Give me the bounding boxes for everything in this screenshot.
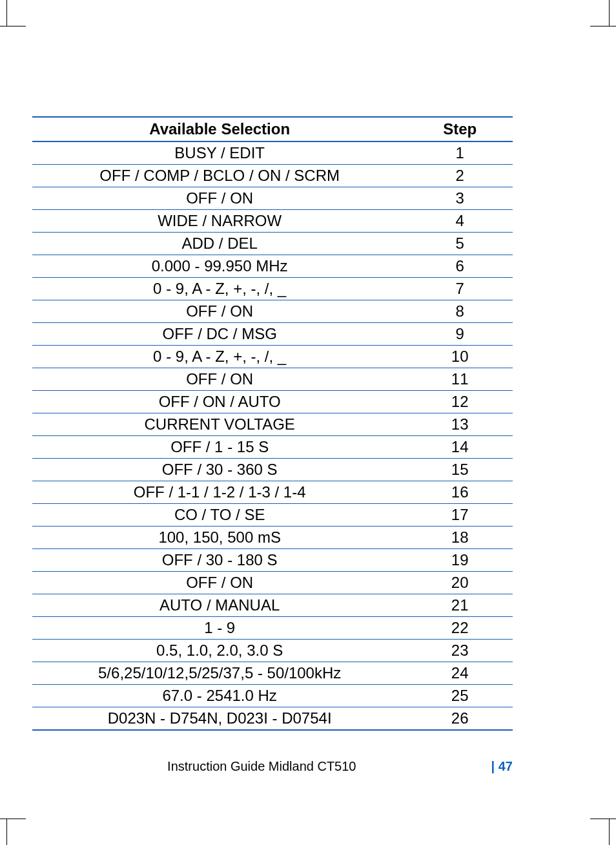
cell-available-selection: OFF / DC / MSG [32,323,407,346]
cell-available-selection: OFF / ON [32,368,407,391]
table-row: OFF / 1-1 / 1-2 / 1-3 / 1-416 [32,481,513,504]
cell-step: 24 [407,662,513,685]
table-row: ADD / DEL5 [32,233,513,255]
cell-available-selection: 0.5, 1.0, 2.0, 3.0 S [32,640,407,662]
header-available-selection: Available Selection [32,117,407,141]
table-row: 0 - 9, A - Z, +, -, /, _10 [32,346,513,368]
cell-step: 25 [407,685,513,707]
cell-available-selection: CO / TO / SE [32,504,407,527]
footer-title: Instruction Guide Midland CT510 [32,759,491,774]
header-step: Step [407,117,513,141]
cell-step: 3 [407,187,513,210]
table-row: OFF / ON / AUTO12 [32,391,513,413]
cell-available-selection: OFF / ON [32,187,407,210]
cell-available-selection: BUSY / EDIT [32,141,407,165]
table-row: 1 - 922 [32,617,513,640]
cell-available-selection: ADD / DEL [32,233,407,255]
footer-page-number: | 47 [491,759,513,774]
cell-step: 8 [407,300,513,323]
cell-step: 7 [407,278,513,300]
table-row: CO / TO / SE17 [32,504,513,527]
cell-step: 2 [407,165,513,187]
table-row: 5/6,25/10/12,5/25/37,5 - 50/100kHz24 [32,662,513,685]
table-row: BUSY / EDIT1 [32,141,513,165]
page-content: Available Selection Step BUSY / EDIT1OFF… [32,116,513,767]
table-row: 0.5, 1.0, 2.0, 3.0 S23 [32,640,513,662]
cell-available-selection: OFF / 1-1 / 1-2 / 1-3 / 1-4 [32,481,407,504]
cell-step: 11 [407,368,513,391]
table-body: BUSY / EDIT1OFF / COMP / BCLO / ON / SCR… [32,141,513,730]
table-row: 67.0 - 2541.0 Hz25 [32,685,513,707]
cell-step: 20 [407,572,513,594]
table-row: OFF / ON3 [32,187,513,210]
cell-step: 4 [407,210,513,233]
cell-step: 6 [407,255,513,278]
cell-step: 22 [407,617,513,640]
cell-step: 23 [407,640,513,662]
cell-available-selection: OFF / 30 - 180 S [32,549,407,572]
cell-step: 9 [407,323,513,346]
table-row: OFF / 30 - 360 S15 [32,459,513,481]
cell-available-selection: 5/6,25/10/12,5/25/37,5 - 50/100kHz [32,662,407,685]
cell-available-selection: OFF / ON / AUTO [32,391,407,413]
table-row: OFF / ON8 [32,300,513,323]
cell-available-selection: OFF / 1 - 15 S [32,436,407,459]
cell-available-selection: CURRENT VOLTAGE [32,413,407,436]
cell-available-selection: 0 - 9, A - Z, +, -, /, _ [32,346,407,368]
table-row: D023N - D754N, D023I - D0754I26 [32,707,513,731]
cell-available-selection: 0 - 9, A - Z, +, -, /, _ [32,278,407,300]
table-row: OFF / 30 - 180 S19 [32,549,513,572]
cell-available-selection: OFF / COMP / BCLO / ON / SCRM [32,165,407,187]
table-row: OFF / DC / MSG9 [32,323,513,346]
cell-step: 21 [407,594,513,617]
table-row: CURRENT VOLTAGE13 [32,413,513,436]
cell-available-selection: D023N - D754N, D023I - D0754I [32,707,407,731]
cell-available-selection: 1 - 9 [32,617,407,640]
table-row: AUTO / MANUAL21 [32,594,513,617]
table-row: OFF / ON11 [32,368,513,391]
table-header-row: Available Selection Step [32,117,513,141]
cell-available-selection: OFF / 30 - 360 S [32,459,407,481]
cell-step: 13 [407,413,513,436]
cell-step: 12 [407,391,513,413]
cell-step: 18 [407,527,513,549]
cell-available-selection: 100, 150, 500 mS [32,527,407,549]
table-row: OFF / 1 - 15 S14 [32,436,513,459]
table-row: OFF / COMP / BCLO / ON / SCRM2 [32,165,513,187]
cell-step: 15 [407,459,513,481]
cell-step: 1 [407,141,513,165]
cell-step: 14 [407,436,513,459]
page-footer: Instruction Guide Midland CT510 | 47 [32,759,513,774]
cell-step: 10 [407,346,513,368]
selection-table: Available Selection Step BUSY / EDIT1OFF… [32,116,513,731]
table-row: 0 - 9, A - Z, +, -, /, _7 [32,278,513,300]
cell-available-selection: OFF / ON [32,300,407,323]
cell-step: 19 [407,549,513,572]
table-row: 100, 150, 500 mS18 [32,527,513,549]
cell-available-selection: AUTO / MANUAL [32,594,407,617]
cell-available-selection: WIDE / NARROW [32,210,407,233]
cell-available-selection: 0.000 - 99.950 MHz [32,255,407,278]
cell-available-selection: 67.0 - 2541.0 Hz [32,685,407,707]
cell-step: 17 [407,504,513,527]
table-row: WIDE / NARROW4 [32,210,513,233]
table-row: OFF / ON20 [32,572,513,594]
cell-step: 5 [407,233,513,255]
cell-step: 26 [407,707,513,731]
table-row: 0.000 - 99.950 MHz6 [32,255,513,278]
cell-available-selection: OFF / ON [32,572,407,594]
cell-step: 16 [407,481,513,504]
